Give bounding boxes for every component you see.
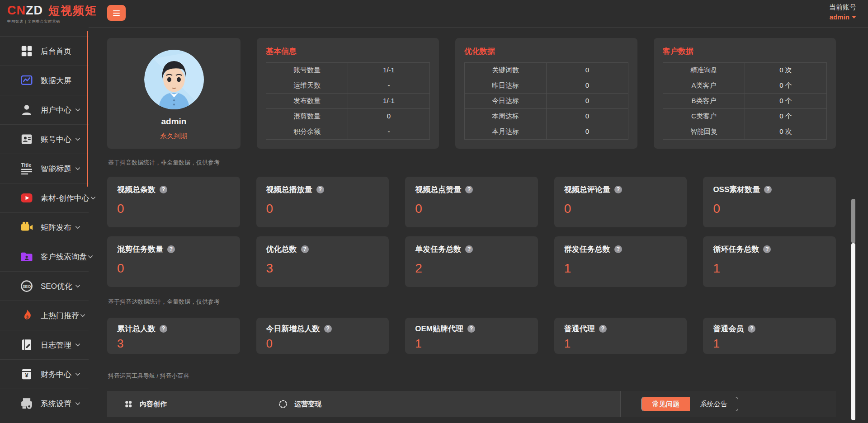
info-table-row: C类客户0 个 (663, 108, 826, 124)
help-icon[interactable]: ? (301, 245, 309, 253)
sidebar-item-2[interactable]: 数据大屏 (0, 66, 89, 95)
sidebar-item-10[interactable]: 上热门推荐 (0, 301, 89, 330)
stat-card-value: 0 (117, 261, 230, 276)
flame-icon (20, 309, 33, 322)
sidebar-item-11[interactable]: 日志管理 (0, 330, 89, 359)
help-icon[interactable]: ? (614, 186, 622, 193)
sidebar-item-4[interactable]: 账号中心 (0, 124, 89, 154)
stat-card-label: 视频总播放量 (266, 184, 312, 195)
app-title: 短视频矩 (48, 3, 97, 18)
info-row-label: 智能回复 (663, 124, 745, 139)
info-row-value: 0 个 (745, 78, 826, 93)
stat-card-title: 今日新增总人数? (266, 324, 379, 334)
info-table-row: 账号数量1/-1 (266, 63, 429, 78)
help-icon[interactable]: ? (316, 186, 324, 193)
stat-card: 循环任务总数?1 (703, 236, 836, 287)
page-scrollbar-thumb[interactable] (851, 243, 855, 420)
stat-card: 视频总播放量?0 (256, 177, 389, 227)
avatar (144, 50, 204, 109)
stat-row-videos: 视频总条数?0视频总播放量?0视频总点赞量?0视频总评论量?0OSS素材数量?0 (107, 177, 836, 227)
menu-toggle-button[interactable] (107, 5, 126, 21)
sidebar-item-5[interactable]: Title智能标题 (0, 154, 89, 183)
content-scrollbar-thumb[interactable] (851, 199, 855, 243)
help-icon[interactable]: ? (467, 325, 475, 333)
sidebar-item-label: 智能标题 (41, 164, 74, 174)
help-icon[interactable]: ? (764, 186, 772, 193)
sidebar-item-1[interactable]: 后台首页 (0, 36, 89, 66)
info-row-value: 0 (547, 78, 628, 93)
tab-announcements[interactable]: 系统公告 (690, 397, 738, 411)
stat-card: 普通代理?1 (554, 318, 687, 354)
help-icon[interactable]: ? (465, 186, 473, 193)
sidebar-scrollbar-thumb[interactable] (87, 31, 88, 187)
sidebar-item-label: 账号中心 (41, 134, 74, 145)
app-logo: CNZD 短视频矩 中网智达 | 全网整合实时营销 (7, 3, 97, 24)
sidebar-item-label: 客户线索询盘 (41, 252, 87, 262)
stat-card: 混剪任务数量?0 (107, 236, 240, 287)
title-lines-icon: Title (20, 162, 33, 175)
overview-row: admin 永久到期 基本信息账号数量1/-1运维天数-发布数量1/-1混剪数量… (107, 38, 836, 149)
stat-card-value: 0 (117, 202, 230, 216)
chevron-down-icon (74, 282, 81, 290)
sidebar-item-label: 财务中心 (41, 369, 74, 380)
sidebar-item-13[interactable]: 系统设置 (0, 389, 89, 418)
info-row-label: 精准询盘 (663, 63, 745, 78)
info-row-label: 本月达标 (465, 124, 547, 139)
help-icon[interactable]: ? (763, 245, 771, 253)
profile-card: admin 永久到期 (107, 38, 241, 149)
bottom-nav-label: 内容创作 (140, 400, 167, 409)
help-icon[interactable]: ? (748, 325, 755, 333)
stat-card-title: 视频总播放量? (266, 184, 379, 195)
info-row-label: 积分余额 (266, 124, 348, 139)
info-row-label: B类客户 (663, 94, 745, 108)
stat-card-title: 循环任务总数? (713, 244, 826, 254)
stat-card-value: 0 (415, 202, 528, 216)
stat-card-title: 优化总数? (266, 244, 379, 254)
info-card-2: 优化数据关键词数0昨日达标0今日达标0本周达标0本月达标0 (455, 38, 637, 149)
stat-card-label: 视频总评论量 (564, 184, 610, 195)
info-card-title: 客户数据 (663, 46, 827, 56)
info-row-value: 1/-1 (348, 63, 429, 78)
stat-card: 今日新增总人数?0 (256, 318, 389, 354)
stat-card-title: 单发任务总数? (415, 244, 528, 254)
info-table-row: 今日达标0 (465, 93, 628, 108)
info-card-title: 基本信息 (266, 46, 430, 56)
sidebar-item-9[interactable]: SEOSEO优化 (0, 271, 89, 301)
info-row-value: 0 (547, 124, 628, 139)
info-row-value: 0 (547, 94, 628, 108)
info-table-row: 发布数量1/-1 (266, 93, 429, 108)
tab-faq[interactable]: 常见问题 (642, 397, 690, 411)
help-icon[interactable]: ? (324, 325, 332, 333)
sidebar-item-12[interactable]: ¥财务中心 (0, 359, 89, 389)
dashed-circle-icon (278, 399, 288, 409)
bottom-nav-label: 运营变现 (294, 400, 321, 409)
info-row-label: A类客户 (663, 78, 745, 93)
sidebar-item-3[interactable]: 用户中心 (0, 95, 89, 124)
logo-text-zd: ZD (26, 4, 43, 18)
log-book-icon (20, 338, 33, 352)
help-icon[interactable]: ? (465, 245, 473, 253)
note-tools-nav: 抖音运营工具导航 / 抖音小百科 (108, 372, 835, 380)
stat-card-label: 视频总条数 (117, 184, 156, 195)
sidebar-item-6[interactable]: 素材-创作中心 (0, 183, 89, 212)
stat-card: 普通会员?1 (703, 318, 836, 354)
bottom-nav-1[interactable]: 内容创作 (123, 399, 167, 409)
help-icon[interactable]: ? (614, 245, 622, 253)
help-icon[interactable]: ? (160, 186, 167, 193)
sidebar-item-8[interactable]: 客户线索询盘 (0, 242, 89, 271)
help-icon[interactable]: ? (167, 245, 175, 253)
stat-card: OEM贴牌代理?1 (405, 318, 538, 354)
help-icon[interactable]: ? (599, 325, 607, 333)
account-dropdown[interactable]: admin (830, 13, 856, 21)
stat-card-label: 普通会员 (713, 324, 744, 334)
help-icon[interactable]: ? (160, 325, 167, 333)
info-row-value: - (348, 78, 429, 93)
bottom-nav-2[interactable]: 运营变现 (278, 399, 321, 409)
stat-card-label: 循环任务总数 (713, 244, 759, 254)
sidebar-item-7[interactable]: 矩阵发布 (0, 212, 89, 242)
profile-expiry: 永久到期 (160, 132, 188, 141)
stat-row-members: 累计总人数?3今日新增总人数?0OEM贴牌代理?1普通代理?1普通会员?1 (107, 318, 836, 354)
stat-card: 视频总评论量?0 (554, 177, 687, 227)
sidebar-item-label: 日志管理 (41, 340, 74, 350)
info-table-row: 精准询盘0 次 (663, 63, 826, 78)
